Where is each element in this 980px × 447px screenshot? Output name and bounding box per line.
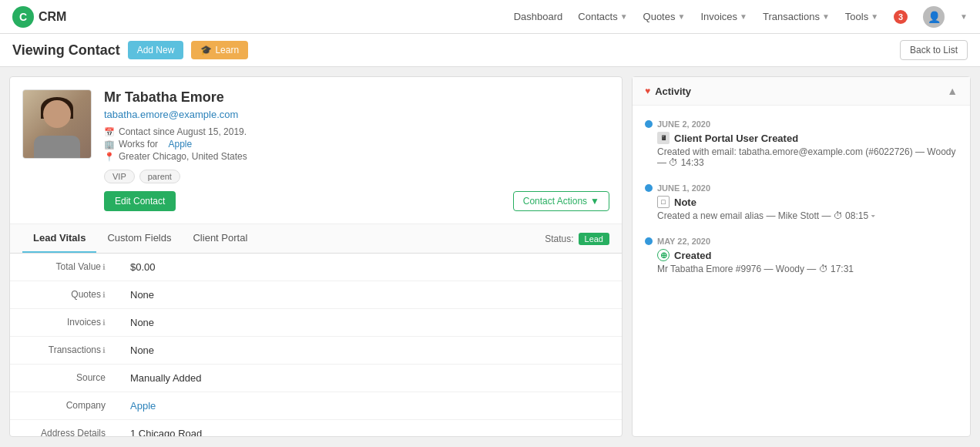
table-row: Total Valueℹ $0.00 bbox=[10, 254, 622, 281]
page-header: Viewing Contact Add New 🎓 Learn Back to … bbox=[0, 34, 980, 67]
nav-transactions[interactable]: Transactions ▼ bbox=[763, 11, 830, 22]
date-dot-3 bbox=[645, 237, 653, 245]
tag-vip: VIP bbox=[104, 170, 135, 183]
activity-date-1: June 2, 2020 bbox=[645, 119, 958, 129]
transactions-label: Transactionsℹ bbox=[10, 337, 118, 365]
brand-name: CRM bbox=[39, 10, 66, 24]
table-row: Transactionsℹ None bbox=[10, 337, 622, 365]
navbar: C CRM Dashboard Contacts ▼ Quotes ▼ Invo… bbox=[0, 0, 980, 34]
back-to-list-button[interactable]: Back to List bbox=[900, 40, 968, 60]
nav-contacts[interactable]: Contacts ▼ bbox=[578, 11, 627, 22]
tools-chevron: ▼ bbox=[871, 12, 878, 21]
contacts-chevron: ▼ bbox=[620, 12, 628, 21]
note-icon: □ bbox=[657, 196, 670, 208]
avatar-body bbox=[34, 136, 80, 159]
list-item: May 22, 2020 ⊕ Created Mr Tabatha Emore … bbox=[633, 229, 970, 282]
clock-icon-3: ⏱ bbox=[819, 264, 828, 274]
nav-invoices[interactable]: Invoices ▼ bbox=[700, 11, 747, 22]
tab-status: Status: Lead bbox=[545, 227, 609, 251]
quotes-label: Quotesℹ bbox=[10, 281, 118, 309]
contact-meta: 📅 Contact since August 15, 2019. 🏢 Works… bbox=[104, 126, 501, 162]
edit-contact-button[interactable]: Edit Contact bbox=[104, 191, 176, 211]
status-badge: Lead bbox=[579, 233, 609, 245]
tab-custom-fields[interactable]: Custom Fields bbox=[96, 224, 182, 253]
contact-tags: VIP parent bbox=[104, 170, 501, 183]
learn-button[interactable]: 🎓 Learn bbox=[191, 41, 248, 59]
contact-actions-button[interactable]: Contact Actions ▼ bbox=[513, 191, 609, 211]
clock-icon-2: ⏱ bbox=[834, 210, 843, 221]
date-dot-1 bbox=[645, 120, 653, 128]
contact-since: Contact since August 15, 2019. bbox=[119, 126, 247, 137]
meta-location: 📍 Greater Chicago, United States bbox=[104, 151, 501, 162]
activity-date-3: May 22, 2020 bbox=[645, 237, 958, 246]
contact-email[interactable]: tabatha.emore@example.com bbox=[104, 109, 501, 120]
quotes-value: None bbox=[118, 281, 622, 309]
company-vitals-link[interactable]: Apple bbox=[130, 400, 156, 412]
tab-client-portal[interactable]: Client Portal bbox=[182, 224, 258, 253]
tabs-bar: Lead Vitals Custom Fields Client Portal … bbox=[10, 224, 622, 254]
list-item: June 1, 2020 □ Note Created a new email … bbox=[633, 176, 970, 229]
main-layout: Mr Tabatha Emore tabatha.emore@example.c… bbox=[0, 67, 980, 446]
tab-lead-vitals[interactable]: Lead Vitals bbox=[22, 224, 96, 253]
invoices-value: None bbox=[118, 309, 622, 337]
lead-vitals-panel: Total Valueℹ $0.00 Quotesℹ None Invoices… bbox=[10, 254, 622, 436]
contact-name: Mr Tabatha Emore bbox=[104, 89, 501, 106]
total-value-value: $0.00 bbox=[118, 254, 622, 281]
transactions-chevron: ▼ bbox=[822, 12, 830, 21]
vitals-table: Total Valueℹ $0.00 Quotesℹ None Invoices… bbox=[10, 254, 622, 436]
source-label: Source bbox=[10, 365, 118, 392]
collapse-icon[interactable]: ▲ bbox=[947, 85, 958, 97]
activity-title-text: Activity bbox=[655, 86, 691, 97]
table-row: Source Manually Added bbox=[10, 365, 622, 392]
activity-desc-2: Created a new email alias — Mike Stott —… bbox=[657, 210, 958, 221]
nav-dashboard[interactable]: Dashboard bbox=[514, 11, 563, 22]
activity-title: ♥ Activity bbox=[645, 86, 691, 97]
activity-event-1: 🖥 Client Portal User Created bbox=[657, 132, 958, 144]
add-new-button[interactable]: Add New bbox=[128, 41, 184, 59]
location-icon: 📍 bbox=[104, 152, 115, 162]
table-row: Quotesℹ None bbox=[10, 281, 622, 309]
activity-event-3: ⊕ Created bbox=[657, 249, 958, 261]
heart-icon: ♥ bbox=[645, 86, 650, 96]
activity-date-2: June 1, 2020 bbox=[645, 183, 958, 193]
source-value: Manually Added bbox=[118, 365, 622, 392]
activity-header: ♥ Activity ▲ bbox=[633, 77, 970, 106]
total-value-label: Total Valueℹ bbox=[10, 254, 118, 281]
company-link[interactable]: Apple bbox=[168, 139, 192, 150]
address-label: Address Details bbox=[10, 420, 118, 437]
contact-location: Greater Chicago, United States bbox=[119, 151, 247, 162]
company-label: Company bbox=[10, 392, 118, 420]
address-value: 1 Chicago Road Chicago Close Chicago Gre… bbox=[118, 420, 622, 437]
user-menu-chevron: ▼ bbox=[960, 12, 968, 21]
activity-event-2: □ Note bbox=[657, 196, 958, 208]
avatar-image bbox=[23, 89, 91, 159]
activity-desc-1: Created with email: tabatha.emore@exampl… bbox=[657, 146, 958, 168]
page-title: Viewing Contact bbox=[12, 42, 120, 59]
brand: C CRM bbox=[12, 6, 66, 28]
actions-chevron-icon: ▼ bbox=[590, 196, 599, 207]
contact-avatar bbox=[22, 89, 92, 159]
activity-list: June 2, 2020 🖥 Client Portal User Create… bbox=[633, 106, 970, 436]
nav-tools[interactable]: Tools ▼ bbox=[845, 11, 878, 22]
works-for-label: Works for bbox=[119, 139, 158, 150]
avatar-head bbox=[43, 100, 71, 128]
contact-info: Mr Tabatha Emore tabatha.emore@example.c… bbox=[104, 89, 501, 211]
meta-since: 📅 Contact since August 15, 2019. bbox=[104, 126, 501, 137]
tag-parent: parent bbox=[139, 170, 180, 183]
notification-badge[interactable]: 3 bbox=[894, 10, 908, 24]
expand-icon[interactable]: ▾ bbox=[871, 210, 875, 221]
user-avatar[interactable]: 👤 bbox=[923, 6, 945, 28]
activity-desc-3: Mr Tabatha Emore #9976 — Woody — ⏱ 17:31 bbox=[657, 264, 958, 274]
clock-icon-1: ⏱ bbox=[669, 157, 678, 168]
invoices-label: Invoicesℹ bbox=[10, 309, 118, 337]
company-value: Apple bbox=[118, 392, 622, 420]
info-icon: ℹ bbox=[102, 346, 106, 355]
building-icon: 🏢 bbox=[104, 139, 115, 150]
table-row: Address Details 1 Chicago Road Chicago C… bbox=[10, 420, 622, 437]
nav-links: Dashboard Contacts ▼ Quotes ▼ Invoices ▼… bbox=[514, 6, 968, 28]
graduation-icon: 🎓 bbox=[200, 45, 212, 55]
meta-company: 🏢 Works for Apple bbox=[104, 139, 501, 150]
nav-quotes[interactable]: Quotes ▼ bbox=[643, 11, 686, 22]
info-icon: ℹ bbox=[102, 318, 106, 327]
info-icon: ℹ bbox=[102, 291, 106, 299]
